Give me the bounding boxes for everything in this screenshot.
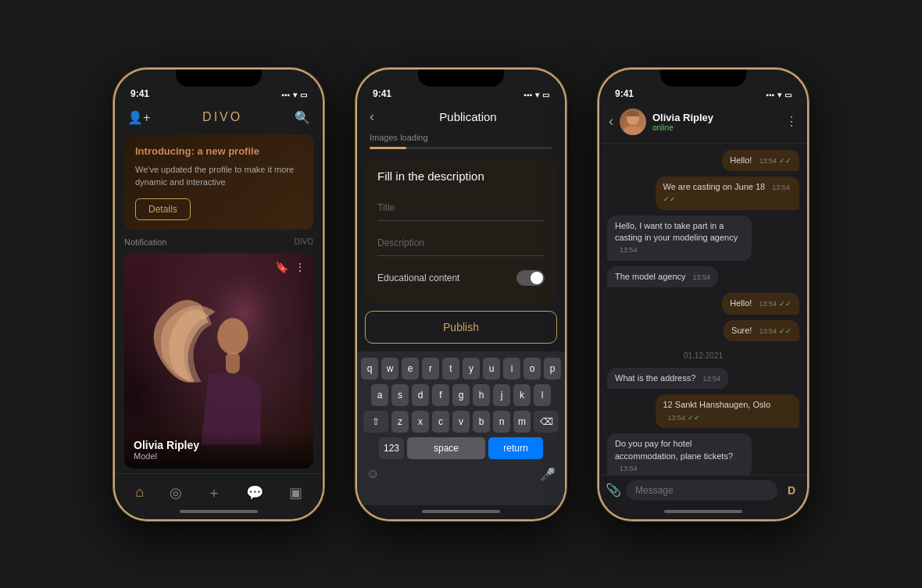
kb-bottom-bar: ☺ 🎤 [360, 464, 562, 482]
p2-form-section: Fill in the description Title Descriptio… [365, 159, 557, 303]
kb-backspace[interactable]: ⌫ [534, 411, 559, 433]
bookmark-icon[interactable]: 🔖 [275, 261, 288, 273]
p1-notif-label-left: Notification [124, 237, 166, 247]
kb-n[interactable]: n [493, 411, 510, 433]
p1-card-name: Olivia Ripley [134, 439, 304, 451]
nav-folder[interactable]: ▣ [283, 481, 309, 504]
nav-chat[interactable]: 💬 [240, 481, 270, 504]
p2-progress-track [370, 147, 552, 149]
kb-b[interactable]: b [473, 411, 490, 433]
more-icon[interactable]: ⋮ [295, 261, 306, 273]
kb-123[interactable]: 123 [379, 437, 404, 459]
time-1: 9:41 [130, 88, 149, 99]
kb-p[interactable]: p [544, 358, 561, 380]
kb-x[interactable]: x [412, 411, 429, 433]
msg-row-4: The model agency 13:54 [607, 266, 799, 287]
message-input[interactable] [626, 480, 777, 501]
kb-row-1: q w e r t y u i o p [360, 358, 562, 380]
p3-contact-name: Olivia Ripley [652, 112, 779, 123]
add-user-icon[interactable]: 👤+ [127, 110, 150, 125]
msg-row-5: Hello! 13:54 ✓✓ [607, 293, 799, 314]
kb-c[interactable]: c [432, 411, 449, 433]
kb-m[interactable]: m [513, 411, 531, 433]
kb-o[interactable]: o [524, 358, 541, 380]
attach-icon[interactable]: 📎 [606, 483, 621, 497]
nav-location[interactable]: ◎ [163, 481, 188, 504]
kb-row-3: ⇧ z x c v b n m ⌫ [360, 411, 562, 433]
msg-text-5: Hello! [730, 298, 752, 308]
kb-h[interactable]: h [473, 384, 490, 406]
kb-y[interactable]: y [463, 358, 480, 380]
message-5: Hello! 13:54 ✓✓ [722, 293, 799, 314]
p3-contact-status: online [652, 123, 779, 132]
message-7: What is the address? 13:54 [607, 368, 728, 389]
status-icons-3: ▪▪▪ ▾ ▭ [766, 91, 792, 99]
wifi-icon-3: ▾ [777, 91, 781, 99]
message-9: Do you pay for hotel accommodation, plan… [607, 433, 752, 474]
p2-toggle-label: Educational content [377, 273, 459, 283]
phone-2: 9:41 ▪▪▪ ▾ ▭ ‹ Publication Images loadin… [356, 68, 566, 521]
home-indicator-2 [422, 510, 500, 513]
emoji-icon[interactable]: ☺ [366, 467, 379, 481]
p1-card-overlay: Olivia Ripley Model [124, 431, 313, 469]
p3-header: ‹ Olivia Ripley online ⋮ [599, 104, 807, 144]
publish-button[interactable]: Publish [365, 311, 557, 344]
msg-row-9: Do you pay for hotel accommodation, plan… [607, 433, 799, 474]
kb-q[interactable]: q [361, 358, 378, 380]
signal-icon-3: ▪▪▪ [766, 91, 774, 99]
p1-notif-label-row: Notification DIVO [115, 233, 323, 251]
kb-v[interactable]: v [452, 411, 470, 433]
kb-k[interactable]: k [513, 384, 531, 406]
kb-d[interactable]: d [412, 384, 429, 406]
p1-bottom-nav: ⌂ ◎ ＋ 💬 ▣ [115, 473, 323, 505]
search-icon[interactable]: 🔍 [295, 110, 310, 125]
p1-profile-card[interactable]: 🔖 ⋮ Olivia Ripley Model [124, 253, 313, 469]
p3-back-button[interactable]: ‹ [609, 113, 613, 130]
kb-g[interactable]: g [452, 384, 470, 406]
mic-icon[interactable]: 🎤 [540, 467, 556, 482]
battery-icon-2: ▭ [542, 91, 549, 99]
phone1-screen: 👤+ DIVO 🔍 Introducing: a new profile We'… [115, 104, 323, 519]
kb-f[interactable]: f [432, 384, 449, 406]
kb-i[interactable]: i [503, 358, 520, 380]
p2-description-field[interactable]: Description [377, 229, 545, 256]
kb-w[interactable]: w [381, 358, 398, 380]
message-8: 12 Sankt Hanshaugen, Oslo 13:54 ✓✓ [656, 394, 800, 428]
p2-title-field[interactable]: Title [377, 194, 545, 221]
kb-j[interactable]: j [493, 384, 510, 406]
kb-row-4: 123 space return [360, 437, 562, 459]
kb-e[interactable]: e [402, 358, 419, 380]
kb-space[interactable]: space [407, 437, 485, 459]
details-button[interactable]: Details [135, 198, 191, 220]
kb-shift[interactable]: ⇧ [363, 411, 388, 433]
message-2: We are casting on June 18 13:54 ✓✓ [656, 176, 800, 210]
p1-card-actions: 🔖 ⋮ [275, 261, 306, 273]
kb-a[interactable]: a [371, 384, 388, 406]
wifi-icon-1: ▾ [293, 91, 297, 99]
p2-back-button[interactable]: ‹ [370, 109, 374, 125]
phone-1: 9:41 ▪▪▪ ▾ ▭ 👤+ DIVO 🔍 Introducing: a ne… [113, 68, 324, 521]
msg-row-6: Sure! 13:54 ✓✓ [607, 320, 799, 341]
msg-text-8: 12 Sankt Hanshaugen, Oslo [663, 400, 771, 409]
p1-header: 👤+ DIVO 🔍 [115, 104, 323, 131]
home-indicator-1 [180, 510, 258, 513]
nav-plus[interactable]: ＋ [201, 480, 227, 505]
kb-r[interactable]: r [422, 358, 439, 380]
p3-more-icon[interactable]: ⋮ [785, 114, 798, 129]
kb-l[interactable]: l [534, 384, 551, 406]
kb-t[interactable]: t [442, 358, 459, 380]
p2-title-placeholder: Title [377, 202, 395, 213]
time-2: 9:41 [373, 88, 391, 99]
nav-home[interactable]: ⌂ [129, 481, 150, 504]
svg-point-4 [624, 126, 642, 135]
p3-contact-info: Olivia Ripley online [652, 112, 779, 132]
kb-s[interactable]: s [391, 384, 409, 406]
p2-loading-section: Images loading [370, 133, 552, 149]
p2-educational-toggle[interactable] [516, 270, 545, 286]
phone3-screen: ‹ Olivia Ripley online ⋮ Hell [599, 104, 807, 519]
kb-return[interactable]: return [488, 437, 543, 459]
kb-z[interactable]: z [391, 411, 409, 433]
message-4: The model agency 13:54 [607, 266, 718, 287]
send-button[interactable]: D [782, 484, 801, 497]
kb-u[interactable]: u [483, 358, 500, 380]
